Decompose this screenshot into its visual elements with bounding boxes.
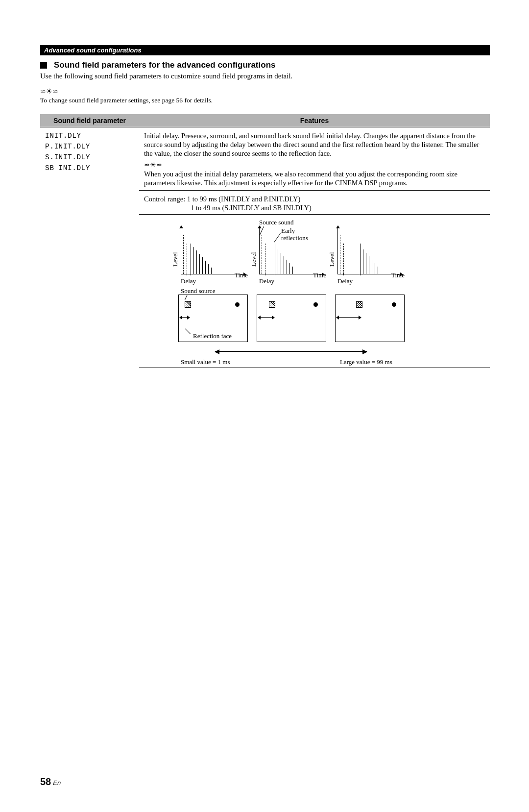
range-line-2: 1 to 49 ms (S.INIT.DLY and SB INI.DLY) — [191, 203, 487, 212]
table-row: INIT.DLY P.INIT.DLY S.INIT.DLY SB INI.DL… — [40, 127, 490, 191]
col-header-features: Features — [139, 114, 490, 127]
delay-diagram: Source sound Early reflections — [144, 219, 487, 366]
tip-text: To change sound field parameter settings… — [40, 97, 490, 104]
ylabel-1: Level — [171, 252, 179, 267]
label-large-value: Large value = 99 ms — [340, 358, 392, 366]
label-sound-source: Sound source — [181, 287, 215, 295]
page-lang: En — [53, 779, 61, 787]
control-range-cell: Control range: 1 to 99 ms (INIT.DLY and … — [139, 191, 490, 215]
bullet-square-icon — [40, 62, 47, 69]
range-line-1: Control range: 1 to 99 ms (INIT.DLY and … — [144, 195, 487, 203]
parameter-names-cell: INIT.DLY P.INIT.DLY S.INIT.DLY SB INI.DL… — [40, 127, 139, 191]
listener-dot-icon — [235, 302, 240, 307]
ylabel-2: Level — [250, 252, 258, 267]
features-cell: Initial delay. Presence, surround, and s… — [139, 127, 490, 191]
sound-source-icon — [356, 301, 362, 308]
feature-description: Initial delay. Presence, surround, and s… — [144, 131, 487, 158]
param-name: SB INI.DLY — [45, 164, 136, 172]
page-num: 58 — [40, 776, 51, 787]
dimension-arrow — [258, 317, 274, 318]
xlabel-time-2: Time — [313, 271, 326, 279]
xlabel-delay-3: Delay — [337, 277, 353, 285]
room-medium — [257, 295, 326, 342]
sound-source-icon — [185, 301, 191, 308]
dimension-arrow — [337, 317, 361, 318]
section-title: Sound field parameters for the advanced … — [40, 60, 490, 70]
param-name: INIT.DLY — [45, 131, 136, 140]
intro-text: Use the following sound field parameters… — [40, 72, 490, 80]
listener-dot-icon — [392, 302, 396, 307]
label-reflection-face: Reflection face — [193, 332, 232, 340]
listener-dot-icon — [313, 302, 318, 307]
table-row: Source sound Early reflections — [40, 215, 490, 368]
page-number: 58 En — [40, 776, 61, 787]
tip-icon: ⋍☀⋍ — [40, 87, 490, 96]
feature-tip: When you adjust the initial delay parame… — [144, 170, 487, 187]
section-title-text: Sound field parameters for the advanced … — [54, 60, 275, 70]
xlabel-delay-2: Delay — [259, 277, 274, 285]
col-header-param: Sound field parameter — [40, 114, 139, 127]
room-large — [335, 295, 405, 342]
range-arrow — [215, 351, 367, 352]
param-name: P.INIT.DLY — [45, 142, 136, 151]
sound-source-icon — [269, 301, 275, 308]
diagram-cell: Source sound Early reflections — [139, 215, 490, 368]
xlabel-time-3: Time — [391, 271, 405, 279]
label-small-value: Small value = 1 ms — [181, 358, 230, 366]
param-name: S.INIT.DLY — [45, 153, 136, 162]
breadcrumb-header: Advanced sound configurations — [40, 45, 490, 55]
parameters-table: Sound field parameter Features INIT.DLY … — [40, 114, 490, 368]
dimension-arrow — [180, 317, 190, 318]
ylabel-3: Level — [328, 252, 336, 267]
tip-icon: ⋍☀⋍ — [144, 161, 487, 170]
xlabel-delay-1: Delay — [181, 277, 196, 285]
xlabel-time-1: Time — [235, 271, 248, 279]
label-source-sound: Source sound — [259, 219, 293, 226]
table-row: Control range: 1 to 99 ms (INIT.DLY and … — [40, 191, 490, 215]
